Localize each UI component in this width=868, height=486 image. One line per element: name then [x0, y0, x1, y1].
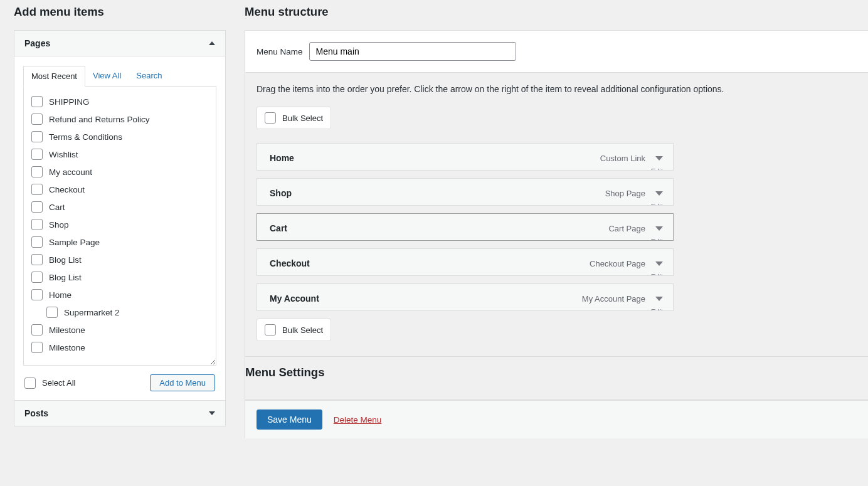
bulk-select-label: Bulk Select [282, 325, 323, 335]
page-item-checkbox[interactable] [31, 149, 43, 160]
page-item-checkbox[interactable] [31, 131, 43, 142]
delete-menu-link[interactable]: Delete Menu [334, 415, 382, 425]
tab-most-recent[interactable]: Most Recent [23, 66, 85, 87]
page-item-checkbox[interactable] [31, 272, 43, 283]
menu-item[interactable]: My AccountMy Account PageEdit [257, 283, 674, 311]
bulk-select-top[interactable]: Bulk Select [257, 107, 331, 129]
expand-down-icon [209, 411, 215, 415]
menu-item-title: Home [270, 153, 294, 163]
menu-item-type: Cart Page [608, 224, 645, 233]
page-item-label[interactable]: Checkout [49, 185, 85, 194]
tab-view-all[interactable]: View All [85, 66, 129, 87]
page-item-checkbox[interactable] [31, 184, 43, 195]
menu-structure-body: Drag the items into the order you prefer… [245, 73, 868, 400]
page-item-checkbox[interactable] [31, 236, 43, 248]
page-item-row: Milestone [31, 321, 208, 339]
menu-item-edit: Edit [257, 203, 673, 205]
page-item-row: Milestone [31, 339, 208, 356]
drag-hint-text: Drag the items into the order you prefer… [245, 84, 868, 107]
menu-item[interactable]: CheckoutCheckout PageEdit [257, 248, 674, 276]
pages-footer: Select All Add to Menu [23, 366, 216, 391]
page-item-label[interactable]: Milestone [49, 325, 85, 335]
menu-item-type: My Account Page [582, 294, 645, 304]
tab-search[interactable]: Search [129, 66, 169, 87]
menu-item-type: Checkout Page [590, 259, 645, 268]
page-item-label[interactable]: Blog List [49, 255, 82, 265]
page-item-label[interactable]: SHIPPING [49, 97, 90, 107]
menu-item-title: My Account [270, 293, 319, 304]
chevron-down-icon[interactable] [655, 261, 663, 266]
menu-name-input[interactable] [309, 42, 516, 61]
page-item-checkbox[interactable] [31, 342, 43, 353]
chevron-down-icon[interactable] [655, 226, 663, 231]
page-item-label[interactable]: Blog List [49, 273, 82, 282]
chevron-down-icon[interactable] [655, 297, 663, 301]
select-all-label[interactable]: Select All [42, 378, 75, 388]
page-item-checkbox[interactable] [31, 201, 43, 213]
page-item-row: SHIPPING [31, 93, 208, 110]
menu-item[interactable]: ShopShop PageEdit [257, 178, 674, 206]
page-item-row: My account [31, 163, 208, 181]
bulk-select-checkbox[interactable] [265, 324, 276, 335]
menu-item-type: Custom Link [600, 154, 645, 163]
menu-name-label: Menu Name [257, 47, 303, 56]
menu-item[interactable]: CartCart PageEdit [257, 213, 674, 241]
page-item-label[interactable]: Shop [49, 220, 69, 230]
page-item-label[interactable]: Terms & Conditions [49, 132, 122, 142]
page-item-row: Wishlist [31, 145, 208, 163]
bulk-select-label: Bulk Select [282, 114, 323, 123]
page-item-row: Home [31, 286, 208, 304]
page-item-checkbox[interactable] [31, 289, 43, 300]
page-item-row: Sample Page [31, 233, 208, 251]
posts-label: Posts [24, 408, 48, 418]
page-item-row: Refund and Returns Policy [31, 110, 208, 128]
page-item-label[interactable]: Supermarket 2 [64, 308, 120, 317]
page-item-row: Blog List [31, 251, 208, 268]
select-all-checkbox[interactable] [24, 378, 36, 389]
menu-item[interactable]: HomeCustom LinkEdit [257, 143, 674, 171]
page-item-checkbox[interactable] [31, 254, 43, 265]
page-item-label[interactable]: Cart [49, 203, 65, 212]
pages-tabs: Most Recent View All Search [23, 65, 216, 87]
menu-footer: Save Menu Delete Menu [245, 400, 868, 438]
chevron-down-icon[interactable] [655, 156, 663, 161]
menu-item-edit: Edit [257, 308, 673, 310]
pages-accordion-body: Most Recent View All Search SHIPPINGRefu… [14, 56, 225, 400]
page-item-label[interactable]: My account [49, 167, 92, 177]
pages-label: Pages [24, 38, 50, 48]
menu-items-list: HomeCustom LinkEditShopShop PageEditCart… [245, 143, 868, 311]
page-item-checkbox[interactable] [31, 96, 43, 107]
pages-list-panel: SHIPPINGRefund and Returns PolicyTerms &… [23, 87, 216, 366]
menu-structure-heading: Menu structure [245, 5, 868, 19]
menu-name-bar: Menu Name [245, 30, 868, 73]
menu-item-edit: Edit [257, 238, 673, 240]
pages-accordion-header[interactable]: Pages [14, 31, 225, 56]
page-item-checkbox[interactable] [31, 114, 43, 125]
add-menu-items-heading: Add menu items [14, 5, 226, 19]
bulk-select-bottom[interactable]: Bulk Select [257, 319, 331, 341]
page-item-row: Shop [31, 216, 208, 233]
bulk-select-checkbox[interactable] [265, 112, 276, 124]
page-item-label[interactable]: Sample Page [49, 238, 100, 247]
menu-item-type: Shop Page [605, 189, 645, 198]
save-menu-button[interactable]: Save Menu [257, 409, 322, 430]
page-item-label[interactable]: Wishlist [49, 150, 78, 159]
collapse-up-icon [209, 41, 215, 45]
page-item-checkbox[interactable] [31, 166, 43, 177]
menu-item-title: Shop [270, 188, 292, 198]
page-item-checkbox[interactable] [46, 307, 58, 318]
page-item-label[interactable]: Refund and Returns Policy [49, 115, 150, 124]
page-item-label[interactable]: Home [49, 290, 71, 300]
menu-item-title: Cart [270, 223, 287, 233]
page-item-label[interactable]: Milestone [49, 343, 85, 352]
page-item-checkbox[interactable] [31, 324, 43, 335]
page-item-checkbox[interactable] [31, 219, 43, 230]
posts-accordion-header[interactable]: Posts [14, 401, 225, 426]
chevron-down-icon[interactable] [655, 191, 663, 196]
posts-accordion: Posts [14, 401, 226, 426]
menu-item-edit: Edit [257, 167, 673, 170]
pages-accordion: Pages Most Recent View All Search SHIPPI… [14, 30, 226, 401]
page-item-row: Blog List [31, 268, 208, 286]
add-to-menu-button[interactable]: Add to Menu [150, 374, 215, 391]
page-item-row: Cart [31, 198, 208, 216]
